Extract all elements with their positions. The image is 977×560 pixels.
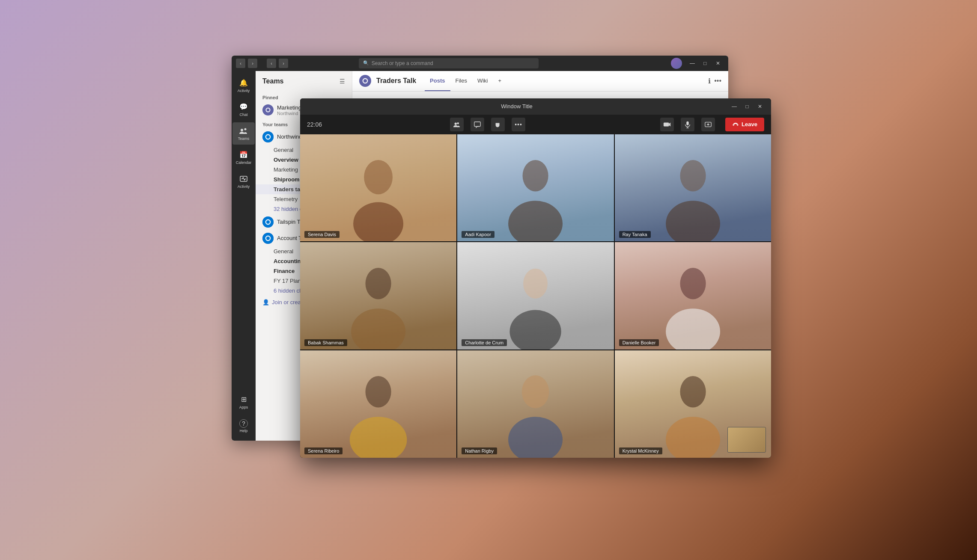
- sidebar-item-activity[interactable]: 🔔 Activity: [232, 74, 255, 97]
- tailspin-icon: [262, 216, 274, 228]
- participant-name-9: Krystal McKinney: [619, 447, 662, 454]
- header-actions: ℹ •••: [708, 77, 721, 85]
- teams-icon: [239, 126, 248, 136]
- raise-hand-button[interactable]: [491, 118, 505, 131]
- participant-name-7: Serena Ribeiro: [304, 447, 343, 454]
- video-cell-9: Krystal McKinney: [615, 350, 771, 458]
- video-grid: Serena Davis Aadi Kapoor: [300, 134, 771, 458]
- apps-icon: ⊞: [239, 395, 248, 404]
- participant-name-4: Babak Shammas: [304, 339, 347, 346]
- calendar-icon: 📅: [239, 150, 248, 160]
- sidebar-label-help: Help: [240, 429, 248, 433]
- sidebar-item-chat[interactable]: 💬 Chat: [232, 98, 255, 121]
- user-avatar[interactable]: [671, 58, 682, 69]
- titlebar: ‹ › ‹ › 🔍 Search or type a command — □ ✕: [232, 56, 728, 71]
- svg-point-4: [267, 109, 270, 112]
- svg-rect-17: [686, 121, 688, 125]
- tab-posts[interactable]: Posts: [425, 71, 450, 92]
- video-cell-7: Serena Ribeiro: [300, 350, 456, 458]
- call-maximize-button[interactable]: □: [741, 102, 753, 111]
- svg-point-8: [266, 220, 270, 224]
- info-icon[interactable]: ℹ: [708, 77, 711, 85]
- tab-add[interactable]: +: [493, 71, 507, 92]
- sidebar-bottom: ⊞ Apps ? Help: [232, 391, 255, 441]
- svg-point-6: [266, 135, 270, 139]
- activity2-icon: [239, 174, 248, 184]
- sidebar-item-apps[interactable]: ⊞ Apps: [232, 391, 255, 413]
- svg-point-12: [363, 79, 367, 83]
- video-cell-6: Danielle Booker: [615, 242, 771, 350]
- call-minimize-button[interactable]: —: [728, 102, 740, 111]
- mic-button[interactable]: [681, 118, 694, 131]
- nav-forward-button[interactable]: ›: [248, 59, 257, 68]
- teams-panel-title: Teams: [262, 77, 284, 85]
- more-call-button[interactable]: •••: [512, 118, 525, 131]
- call-toolbar: 22:06: [300, 115, 771, 134]
- video-cell-2: Aadi Kapoor: [457, 134, 614, 242]
- svg-point-0: [241, 129, 243, 131]
- close-button[interactable]: ✕: [712, 59, 724, 68]
- tab-wiki[interactable]: Wiki: [472, 71, 493, 92]
- content-header: Traders Talk Posts Files Wiki + ℹ •••: [352, 71, 728, 92]
- sidebar-label-apps: Apps: [239, 405, 248, 409]
- activity-icon: 🔔: [239, 78, 248, 88]
- help-icon: ?: [239, 419, 248, 428]
- participant-name-2: Aadi Kapoor: [462, 231, 494, 238]
- call-timer: 22:06: [307, 121, 322, 128]
- minimize-button[interactable]: —: [686, 59, 698, 68]
- sidebar-label-chat: Chat: [239, 113, 247, 117]
- maximize-button[interactable]: □: [699, 59, 711, 68]
- nav-forward2-button[interactable]: ›: [279, 59, 288, 68]
- nav-back-button[interactable]: ‹: [236, 59, 245, 68]
- video-cell-1: Serena Davis: [300, 134, 456, 242]
- share-screen-button[interactable]: [701, 118, 715, 131]
- sidebar-label-teams: Teams: [238, 136, 250, 141]
- leave-button-label: Leave: [742, 121, 757, 127]
- account-icon: [262, 233, 274, 244]
- sidebar-item-help[interactable]: ? Help: [232, 415, 255, 437]
- svg-point-13: [455, 122, 457, 124]
- join-icon: 👤: [262, 299, 269, 305]
- sidebar-item-teams[interactable]: Teams: [232, 122, 255, 145]
- titlebar-nav: ‹ › ‹ ›: [236, 59, 288, 68]
- chat-call-button[interactable]: [471, 118, 484, 131]
- marketing-team-icon: [262, 104, 274, 116]
- tab-bar: Posts Files Wiki +: [425, 71, 506, 92]
- participant-name-6: Danielle Booker: [619, 339, 659, 346]
- call-close-button[interactable]: ✕: [754, 102, 766, 111]
- camera-button[interactable]: [660, 118, 674, 131]
- search-bar[interactable]: 🔍 Search or type a command: [359, 58, 539, 68]
- channel-icon: [359, 75, 371, 87]
- call-window-controls: — □ ✕: [728, 102, 766, 111]
- svg-rect-15: [474, 121, 480, 126]
- video-cell-8: Nathan Rigby: [457, 350, 614, 458]
- participant-name-5: Charlotte de Crum: [462, 339, 507, 346]
- sidebar-label-activity: Activity: [238, 89, 250, 93]
- nav-back2-button[interactable]: ‹: [267, 59, 276, 68]
- sidebar: 🔔 Activity 💬 Chat: [232, 71, 256, 441]
- call-titlebar: Window Title — □ ✕: [300, 98, 771, 115]
- participants-button[interactable]: [450, 118, 464, 131]
- more-icon[interactable]: •••: [714, 77, 721, 85]
- video-cell-4: Babak Shammas: [300, 242, 456, 350]
- sidebar-item-activity2[interactable]: Activity: [232, 170, 255, 193]
- svg-rect-16: [664, 122, 669, 126]
- channel-title: Traders Talk: [376, 77, 416, 85]
- participant-name-8: Nathan Rigby: [462, 447, 497, 454]
- participant-name-1: Serena Davis: [304, 231, 340, 238]
- svg-point-14: [457, 122, 459, 124]
- tab-files[interactable]: Files: [450, 71, 472, 92]
- teams-panel-header: Teams ☰: [256, 71, 352, 92]
- call-window: Window Title — □ ✕ 22:06: [300, 98, 771, 458]
- northwind-icon: [262, 131, 274, 142]
- search-placeholder: Search or type a command: [372, 60, 433, 66]
- leave-call-button[interactable]: Leave: [725, 118, 764, 131]
- video-cell-5: Charlotte de Crum: [457, 242, 614, 350]
- video-cell-3: Ray Tanaka: [615, 134, 771, 242]
- filter-icon[interactable]: ☰: [340, 78, 345, 85]
- participant-name-3: Ray Tanaka: [619, 231, 651, 238]
- search-icon: 🔍: [363, 60, 369, 66]
- titlebar-controls: — □ ✕: [671, 58, 724, 69]
- chat-icon: 💬: [239, 102, 248, 112]
- sidebar-item-calendar[interactable]: 📅 Calendar: [232, 146, 255, 169]
